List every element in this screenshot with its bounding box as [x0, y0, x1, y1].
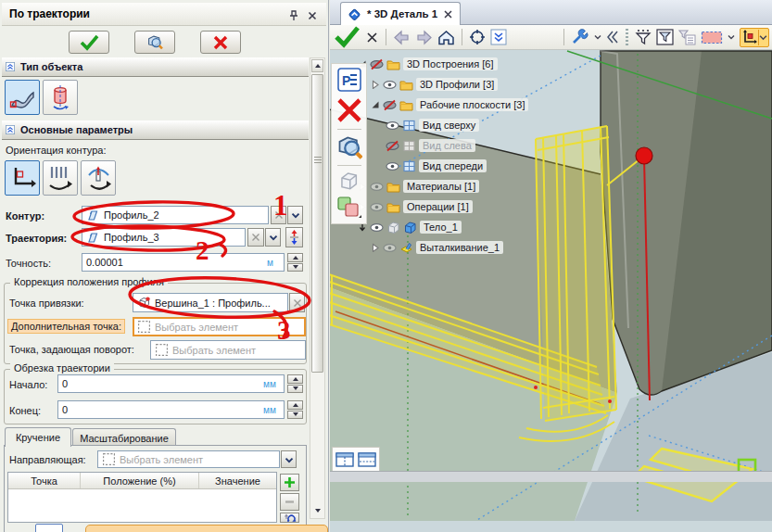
tree-label[interactable]: Операции [1]: [403, 200, 473, 213]
tree-item-top-view[interactable]: Вид сверху: [386, 115, 528, 135]
eye-dim-icon[interactable]: [370, 200, 384, 214]
cancel-button[interactable]: [200, 31, 241, 54]
twist-points-table[interactable]: Точка Положение (%) Значение: [7, 472, 277, 523]
close-panel-icon[interactable]: [306, 9, 319, 22]
tree-label[interactable]: 3D Профили [3]: [416, 78, 498, 91]
orientation-parallel-button[interactable]: [5, 160, 40, 196]
remove-row-button[interactable]: [280, 493, 299, 511]
reverse-direction-button[interactable]: [285, 227, 303, 247]
tree-item-body[interactable]: Тело_1: [358, 217, 528, 237]
orientation-fixed-button[interactable]: [81, 160, 116, 196]
panel-titlebar[interactable]: По траектории: [2, 3, 326, 26]
wrench-icon[interactable]: [571, 29, 589, 45]
contour-field[interactable]: Профиль_2: [82, 206, 269, 224]
document-tab[interactable]: * 3D Деталь 1: [340, 2, 461, 25]
filter-list-icon[interactable]: [678, 29, 696, 45]
trim-start-spinner[interactable]: [287, 374, 303, 393]
tree-label[interactable]: Материалы [1]: [403, 180, 479, 193]
section-object-type[interactable]: Тип объекта: [2, 57, 309, 77]
type-sweep-button[interactable]: [5, 80, 40, 115]
tree-label[interactable]: Вид слева: [419, 139, 475, 152]
trim-end-spinner[interactable]: [287, 400, 303, 419]
guide-field[interactable]: Выбрать элемент: [97, 450, 280, 468]
eye-dim-icon[interactable]: [383, 241, 397, 255]
tree-label[interactable]: Рабочие плоскости [3]: [416, 98, 528, 111]
contour-clear-button[interactable]: [271, 206, 286, 224]
tree-label[interactable]: Вид сверху: [419, 119, 479, 132]
tree-item-constructions[interactable]: 3D Построения [6]: [358, 54, 528, 74]
materials-flyout-button[interactable]: [336, 196, 362, 220]
ghost-body-button[interactable]: [338, 171, 361, 191]
anchor-point-field[interactable]: Вершина_1 : Профиль...: [133, 293, 288, 312]
collapse-toolbar-icon[interactable]: [606, 30, 619, 44]
section-main-params[interactable]: Основные параметры: [2, 120, 309, 140]
preview-button[interactable]: [134, 31, 175, 54]
coordinate-system-button[interactable]: [740, 28, 769, 47]
back-icon[interactable]: [393, 30, 411, 45]
add-row-button[interactable]: [280, 474, 299, 491]
eye-icon[interactable]: [386, 159, 399, 173]
tab-twist[interactable]: Кручение: [5, 427, 71, 447]
trajectory-field[interactable]: Профиль_3: [82, 228, 246, 247]
col-value[interactable]: Значение: [199, 473, 276, 488]
expander-open-icon[interactable]: [371, 100, 380, 109]
anchor-vertex-marker[interactable]: [636, 147, 652, 164]
guide-dropdown-button[interactable]: [281, 450, 297, 468]
wrench-dropdown-icon[interactable]: [594, 33, 601, 41]
tab-scaling[interactable]: Масштабирование: [72, 428, 176, 447]
anchor-clear-button[interactable]: [289, 293, 305, 312]
parameters-button[interactable]: P: [337, 68, 361, 92]
tree-item-left-view[interactable]: Вид слева: [386, 135, 528, 156]
tree-item-materials[interactable]: Материалы [1]: [358, 176, 528, 196]
cancel-icon[interactable]: [365, 31, 379, 44]
swatch-dropdown-icon[interactable]: [728, 33, 735, 41]
orientation-normal-button[interactable]: [43, 160, 78, 196]
trajectory-dropdown-button[interactable]: [265, 228, 281, 247]
axes-dropdown-icon[interactable]: [759, 33, 767, 42]
scroll-up-button[interactable]: [311, 59, 323, 72]
eye-icon[interactable]: [370, 221, 384, 234]
filter-icon[interactable]: [635, 29, 652, 46]
eye-dim-icon[interactable]: [370, 180, 384, 194]
forward-icon[interactable]: [415, 30, 433, 45]
cancel-operation-button[interactable]: [335, 96, 363, 124]
panel-scrollbar[interactable]: [310, 57, 325, 519]
trajectory-clear-button[interactable]: [247, 228, 264, 247]
eye-slashed-icon[interactable]: [370, 57, 384, 71]
contour-dropdown-button[interactable]: [287, 206, 303, 224]
ok-button[interactable]: [69, 31, 109, 54]
split-horizontal-icon[interactable]: [358, 452, 376, 467]
precision-field[interactable]: 0.00001: [82, 253, 285, 272]
scrollbar-thumb[interactable]: [311, 74, 323, 373]
rollup-box-icon[interactable]: [490, 29, 507, 45]
expander-closed-icon[interactable]: [371, 80, 380, 89]
tree-item-workplanes[interactable]: Рабочие плоскости [3]: [371, 95, 528, 115]
collapse-icon[interactable]: [6, 62, 15, 71]
tree-label[interactable]: Тело_1: [420, 221, 462, 234]
trim-start-field[interactable]: 0: [57, 374, 285, 393]
tree-item-extrusion[interactable]: Выталкивание_1: [371, 237, 528, 258]
col-point[interactable]: Точка: [8, 473, 81, 488]
pin-icon[interactable]: [287, 9, 300, 22]
extra-point-field[interactable]: Выбрать элемент: [133, 317, 306, 336]
trim-end-field[interactable]: 0: [57, 400, 285, 419]
target-icon[interactable]: [469, 29, 486, 45]
close-tab-icon[interactable]: [443, 9, 453, 19]
expander-closed-icon[interactable]: [371, 243, 380, 252]
collapse-icon[interactable]: [6, 125, 15, 134]
confirm-icon[interactable]: [333, 26, 361, 48]
split-vertical-icon[interactable]: [335, 452, 354, 467]
filter-window-icon[interactable]: [656, 29, 674, 45]
tree-item-operations[interactable]: Операции [1]: [358, 196, 528, 217]
tree-label[interactable]: Вид спереди: [419, 159, 487, 172]
precision-spinner[interactable]: [287, 253, 303, 272]
eye-icon[interactable]: [383, 78, 397, 92]
highlight-color-swatch[interactable]: [701, 31, 723, 44]
tree-label[interactable]: 3D Построения [6]: [403, 57, 498, 70]
eye-slashed-icon[interactable]: [383, 98, 397, 112]
eye-slashed-icon[interactable]: [386, 139, 399, 153]
type-spiral-button[interactable]: [43, 80, 78, 115]
preview-operation-button[interactable]: [336, 134, 362, 160]
tree-label[interactable]: Выталкивание_1: [416, 241, 503, 254]
update-row-button[interactable]: [280, 513, 299, 523]
